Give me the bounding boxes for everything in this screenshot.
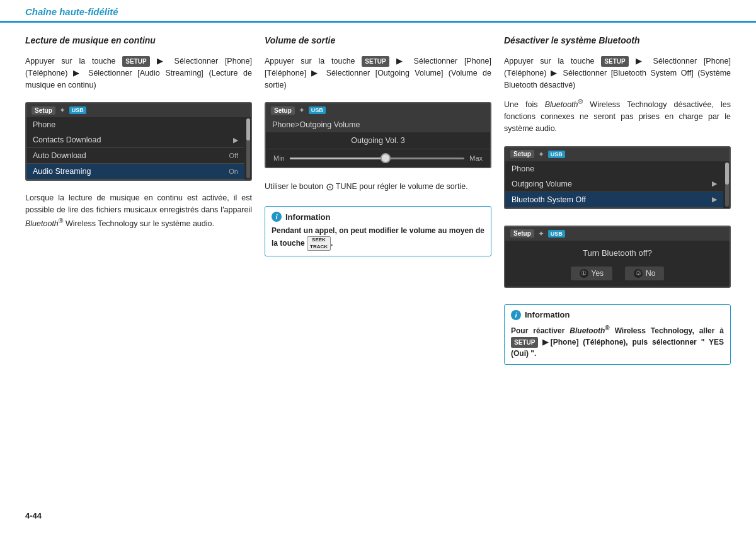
intro-text-2: Appuyer sur la touche bbox=[265, 57, 355, 66]
menu-label-audio: Audio Streaming bbox=[33, 167, 91, 176]
page-wrapper: Chaîne haute-fidélité Lecture de musique… bbox=[0, 0, 756, 533]
intro-text-1: Appuyer sur la touche bbox=[25, 57, 116, 66]
usb-badge-4: USB bbox=[548, 230, 565, 238]
info-icon-volume: i bbox=[272, 212, 282, 222]
section-title-volume: Volume de sortie bbox=[265, 35, 491, 45]
info-icon-bt: i bbox=[511, 310, 521, 320]
intro-volume: Appuyer sur la touche SETUP ▶ Sélectionn… bbox=[265, 55, 491, 91]
scrollbar-thumb-3 bbox=[725, 163, 729, 185]
info-title-bt: Information bbox=[525, 310, 570, 319]
tune-icon: ⊙ bbox=[326, 181, 334, 192]
menu-arrow-contacts: ▶ bbox=[233, 136, 238, 144]
bt-icon-3: ✦ bbox=[538, 150, 544, 159]
menu-item-bt-off[interactable]: Bluetooth System Off ▶ bbox=[505, 192, 723, 208]
menu-label-contacts: Contacts Download bbox=[33, 135, 101, 144]
body-text-lecture: Lorsque la lecture de musique en continu… bbox=[25, 192, 252, 229]
menu-arrow-bt-off: ▶ bbox=[712, 195, 717, 203]
menu-list-1: Phone Contacts Download ▶ Auto Download … bbox=[26, 117, 251, 180]
page-title: Chaîne haute-fidélité bbox=[25, 6, 118, 17]
vol-max: Max bbox=[469, 154, 483, 162]
bt-icon-2: ✦ bbox=[299, 106, 305, 115]
menu-item-contacts[interactable]: Contacts Download ▶ bbox=[26, 132, 244, 148]
menu-value-auto: Off bbox=[229, 152, 238, 159]
bt-icon-4: ✦ bbox=[538, 229, 544, 238]
usb-badge-3: USB bbox=[548, 151, 565, 158]
intro-lecture: Appuyer sur la touche SETUP ▶ Sélectionn… bbox=[25, 55, 252, 91]
info-text-bt: Pour réactiver Bluetooth® Wireless Techn… bbox=[511, 323, 724, 359]
col-volume: Volume de sortie Appuyer sur la touche S… bbox=[265, 35, 491, 370]
info-box-volume: i Information Pendant un appel, on peut … bbox=[265, 206, 491, 256]
setup-screen-lecture: Setup ✦ USB Phone Contacts Download ▶ Au… bbox=[25, 102, 252, 181]
menu-list-3: Phone Outgoing Volume ▶ Bluetooth System… bbox=[505, 161, 730, 208]
arrow-1: ▶ bbox=[157, 57, 175, 66]
setup-btn-display-2: Setup bbox=[271, 106, 295, 115]
yes-label: Yes bbox=[592, 269, 604, 278]
setup-btn-2[interactable]: SETUP bbox=[362, 56, 389, 67]
setup-screen-bt2: Setup ✦ USB Turn Bluetooth off? ① Yes ② … bbox=[504, 226, 731, 288]
usb-badge-2: USB bbox=[309, 106, 326, 114]
arrow-3: ▶ bbox=[636, 57, 653, 66]
confirm-yes-btn[interactable]: ① Yes bbox=[571, 266, 613, 280]
intro-text-3: Appuyer sur la touche bbox=[504, 57, 595, 66]
info-header-volume: i Information bbox=[272, 212, 484, 222]
menu-label-bt-off: Bluetooth System Off bbox=[512, 195, 586, 204]
menu-item-auto[interactable]: Auto Download Off bbox=[26, 148, 244, 164]
no-label: No bbox=[646, 269, 655, 278]
page-header: Chaîne haute-fidélité bbox=[0, 0, 756, 23]
confirm-text: Turn Bluetooth off? bbox=[583, 248, 652, 258]
menu-label-outgoing: Outgoing Volume bbox=[512, 180, 572, 188]
setup-label-info[interactable]: SETUP bbox=[511, 337, 538, 348]
phone-header-1: Phone bbox=[26, 117, 244, 132]
vol-slider-row: Min Max bbox=[266, 149, 490, 167]
scrollbar-thumb-1 bbox=[246, 118, 250, 140]
vol-label: Outgoing Vol. 3 bbox=[266, 132, 490, 149]
setup-header-4: Setup ✦ USB bbox=[505, 227, 730, 241]
menu-label-auto: Auto Download bbox=[33, 151, 86, 160]
intro-bt: Appuyer sur la touche SETUP ▶ Sélectionn… bbox=[504, 55, 731, 91]
vol-breadcrumb: Phone>Outgoing Volume bbox=[266, 117, 490, 132]
col-lecture: Lecture de musique en continu Appuyer su… bbox=[25, 35, 252, 370]
confirm-buttons: ① Yes ② No bbox=[505, 263, 730, 287]
menu-arrow-outgoing: ▶ bbox=[712, 180, 717, 188]
usb-badge-1: USB bbox=[69, 106, 86, 114]
scrollbar-1[interactable] bbox=[246, 118, 250, 178]
setup-btn-1[interactable]: SETUP bbox=[122, 56, 149, 67]
section-title-lecture: Lecture de musique en continu bbox=[25, 35, 252, 45]
info-box-bt: i Information Pour réactiver Bluetooth® … bbox=[504, 304, 731, 365]
setup-screen-bt1: Setup ✦ USB Phone Outgoing Volume ▶ Blue… bbox=[504, 146, 731, 209]
slider-track[interactable] bbox=[290, 158, 464, 159]
confirm-no-btn[interactable]: ② No bbox=[625, 266, 664, 280]
body-wireless: Une fois Bluetooth® Wireless Technology … bbox=[504, 97, 731, 134]
info-text-volume: Pendant un appel, on peut modifier le vo… bbox=[272, 225, 484, 251]
setup-btn-display-4: Setup bbox=[510, 229, 534, 238]
bt-icon-1: ✦ bbox=[59, 106, 66, 115]
track-label: TRACK bbox=[310, 244, 328, 250]
setup-btn-3[interactable]: SETUP bbox=[601, 56, 628, 67]
setup-header-3: Setup ✦ USB bbox=[505, 147, 730, 161]
tune-text: Utiliser le bouton ⊙ TUNE pour régler le… bbox=[265, 180, 491, 195]
vol-min: Min bbox=[273, 154, 285, 162]
confirm-body: Turn Bluetooth off? bbox=[505, 241, 730, 263]
setup-btn-display-3: Setup bbox=[510, 150, 534, 158]
menu-item-audio[interactable]: Audio Streaming On bbox=[26, 164, 244, 180]
setup-btn-display-1: Setup bbox=[32, 106, 55, 115]
seek-label: SEEK bbox=[312, 237, 326, 243]
info-title-volume: Information bbox=[285, 212, 331, 222]
phone-header-3: Phone bbox=[505, 161, 723, 176]
slider-thumb[interactable] bbox=[381, 153, 391, 163]
page-number: 4-44 bbox=[25, 511, 42, 520]
scrollbar-3[interactable] bbox=[725, 163, 729, 207]
col-bluetooth: Désactiver le système Bluetooth Appuyer … bbox=[504, 35, 731, 370]
main-content: Lecture de musique en continu Appuyer su… bbox=[0, 23, 756, 382]
setup-header-1: Setup ✦ USB bbox=[26, 103, 251, 117]
menu-item-outgoing[interactable]: Outgoing Volume ▶ bbox=[505, 176, 723, 192]
menu-value-audio: On bbox=[229, 168, 238, 175]
section-title-bt: Désactiver le système Bluetooth bbox=[504, 35, 731, 45]
arrow-2: ▶ bbox=[396, 57, 414, 66]
slider-fill bbox=[290, 158, 386, 159]
setup-header-2: Setup ✦ USB bbox=[266, 103, 490, 117]
setup-screen-volume: Setup ✦ USB Phone>Outgoing Volume Outgoi… bbox=[265, 102, 491, 168]
seek-track-btn[interactable]: SEEK TRACK bbox=[307, 236, 331, 251]
no-num: ② bbox=[634, 269, 643, 278]
info-header-bt: i Information bbox=[511, 310, 724, 320]
